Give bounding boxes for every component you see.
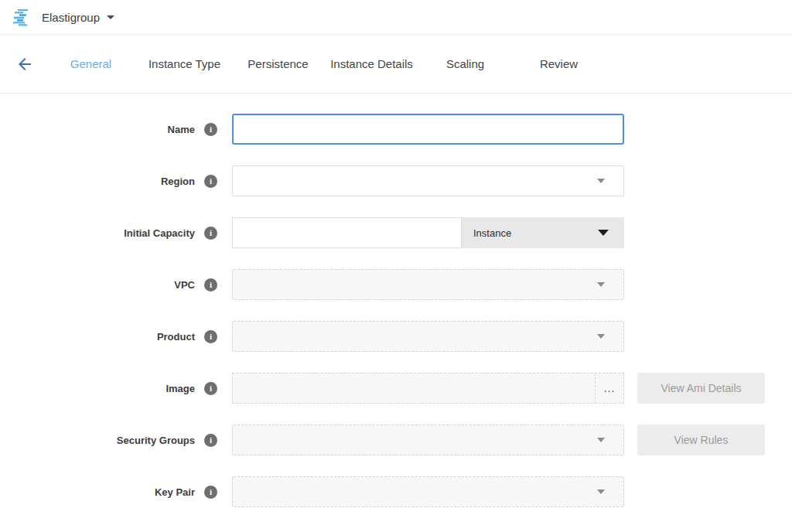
chevron-down-icon (597, 489, 605, 494)
security-groups-label: Security Groups (0, 435, 195, 446)
initial-capacity-input[interactable] (232, 217, 462, 248)
form-row-vpc: VPC i (0, 269, 792, 300)
info-icon[interactable]: i (204, 382, 217, 395)
form-row-product: Product i (0, 321, 792, 352)
chevron-down-icon (107, 15, 114, 19)
security-groups-dropdown (232, 425, 624, 455)
name-input[interactable] (232, 114, 624, 145)
image-label: Image (0, 383, 195, 394)
chevron-down-icon (597, 438, 605, 442)
chevron-down-icon (597, 334, 605, 339)
product-dropdown (232, 321, 624, 352)
image-input: ... (232, 373, 624, 404)
back-arrow-icon[interactable] (15, 55, 34, 73)
tab-instance-type[interactable]: Instance Type (138, 57, 231, 70)
form-row-security-groups: Security Groups i View Rules (0, 425, 792, 455)
tab-scaling[interactable]: Scaling (418, 57, 512, 70)
name-label: Name (0, 124, 195, 135)
wizard-tab-bar: General Instance Type Persistence Instan… (0, 35, 792, 94)
info-icon[interactable]: i (204, 123, 217, 136)
vpc-dropdown (232, 269, 624, 300)
tab-review[interactable]: Review (512, 57, 606, 70)
info-icon[interactable]: i (204, 227, 217, 240)
wizard-tabs: General Instance Type Persistence Instan… (44, 57, 606, 70)
key-pair-label: Key Pair (0, 486, 195, 498)
vpc-label: VPC (0, 279, 195, 291)
tab-instance-details[interactable]: Instance Details (325, 57, 418, 70)
tab-general[interactable]: General (44, 57, 138, 70)
browse-image-button: ... (595, 373, 623, 403)
initial-capacity-label: Initial Capacity (0, 227, 195, 239)
app-switcher[interactable]: Elastigroup (12, 9, 114, 26)
form-row-initial-capacity: Initial Capacity i Instance (0, 217, 792, 248)
info-icon[interactable]: i (204, 175, 217, 188)
form-row-image: Image i ... View Ami Details (0, 373, 792, 404)
form-row-region: Region i (0, 165, 792, 196)
form-row-name: Name i (0, 114, 792, 145)
tab-persistence[interactable]: Persistence (231, 57, 325, 70)
general-form: Name i Region i Initial Capacity i Insta… (0, 94, 792, 507)
product-label: Product (0, 331, 195, 343)
info-icon[interactable]: i (204, 330, 217, 343)
form-row-key-pair: Key Pair i (0, 476, 792, 507)
view-ami-details-button: View Ami Details (637, 373, 765, 404)
top-bar: Elastigroup (0, 0, 792, 35)
key-pair-dropdown (232, 476, 624, 507)
view-rules-button: View Rules (637, 425, 765, 455)
capacity-unit-value: Instance (473, 227, 511, 239)
chevron-down-icon (597, 179, 605, 183)
chevron-down-icon (598, 230, 609, 236)
info-icon[interactable]: i (204, 434, 217, 447)
region-dropdown[interactable] (232, 165, 624, 196)
chevron-down-icon (597, 282, 605, 287)
region-label: Region (0, 176, 195, 187)
capacity-unit-dropdown[interactable]: Instance (462, 217, 624, 248)
app-name: Elastigroup (42, 11, 100, 24)
info-icon[interactable]: i (204, 486, 217, 499)
info-icon[interactable]: i (204, 278, 217, 292)
elastigroup-logo-icon (12, 9, 32, 26)
